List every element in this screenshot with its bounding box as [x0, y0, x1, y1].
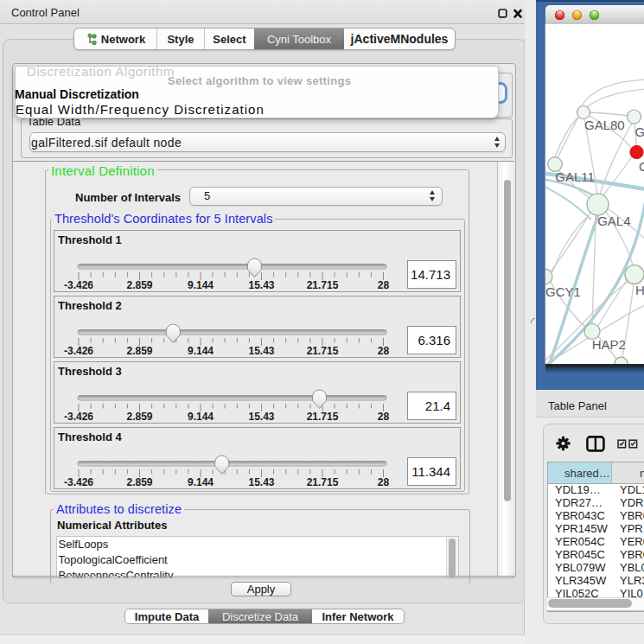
svg-text:9.144: 9.144: [188, 411, 214, 422]
svg-text:15.43: 15.43: [248, 345, 274, 356]
svg-text:21.715: 21.715: [307, 345, 339, 356]
svg-text:21.715: 21.715: [307, 279, 339, 290]
svg-text:28: 28: [378, 279, 390, 290]
svg-text:GAL11: GAL11: [555, 169, 595, 184]
svg-text:HAP2: HAP2: [592, 337, 626, 352]
svg-text:15.43: 15.43: [248, 476, 274, 488]
svg-text:GAL80: GAL80: [584, 118, 625, 132]
svg-text:2.859: 2.859: [126, 411, 152, 422]
svg-text:28: 28: [378, 345, 390, 356]
svg-text:2.859: 2.859: [126, 345, 152, 356]
svg-text:HI: HI: [635, 283, 644, 297]
svg-text:28: 28: [378, 476, 390, 488]
svg-text:9.144: 9.144: [188, 345, 214, 356]
svg-text:21.715: 21.715: [307, 411, 339, 422]
svg-text:-3.426: -3.426: [64, 411, 93, 422]
svg-text:-3.426: -3.426: [64, 345, 93, 356]
svg-text:9.144: 9.144: [188, 279, 214, 290]
svg-text:GCY1: GCY1: [545, 284, 581, 299]
svg-text:28: 28: [378, 411, 390, 422]
svg-text:GAL: GAL: [635, 124, 644, 139]
svg-text:15.43: 15.43: [248, 411, 274, 422]
svg-text:-3.426: -3.426: [64, 476, 93, 488]
svg-text:2.859: 2.859: [126, 279, 152, 290]
svg-text:GAL4: GAL4: [597, 214, 630, 228]
svg-text:-3.426: -3.426: [64, 279, 93, 290]
svg-text:C: C: [639, 159, 644, 174]
svg-text:2.859: 2.859: [126, 476, 152, 488]
svg-text:9.144: 9.144: [188, 476, 214, 488]
svg-text:21.715: 21.715: [307, 476, 339, 488]
svg-text:15.43: 15.43: [248, 279, 274, 290]
